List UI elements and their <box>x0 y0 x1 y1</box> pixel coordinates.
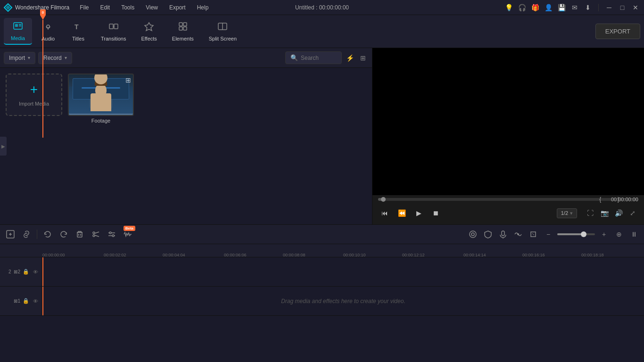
crop-icon[interactable] <box>527 228 539 240</box>
voice-tune-icon[interactable] <box>512 228 524 240</box>
track-1-body[interactable]: Drag media and effects here to create yo… <box>42 287 644 315</box>
playback-controls: ⏮ ⏪ ▶ ⏹ 1/2 ▾ ⛶ 📷 🔊 ⤢ <box>378 205 638 222</box>
tab-media[interactable]: Media <box>4 18 32 45</box>
timeline-content: 2 ⊠2 🔒 👁 ⊠1 🔒 <box>0 257 644 362</box>
timeline-area: Beta <box>0 224 644 362</box>
preview-right-controls: ⛶ 📷 🔊 ⤢ <box>585 207 638 219</box>
tab-effects[interactable]: Effects <box>134 18 163 44</box>
close-button[interactable]: ✕ <box>631 3 640 12</box>
expand-icon[interactable]: ⤢ <box>627 207 638 219</box>
pause-all-icon[interactable]: ⏸ <box>628 228 640 240</box>
audio-wave-button[interactable]: Beta <box>121 228 134 241</box>
preview-progress-bar[interactable]: { } 00:00:00:00 <box>378 198 638 201</box>
gift-icon[interactable]: 🎁 <box>530 3 540 12</box>
import-dropdown[interactable]: Import ▾ <box>4 52 35 64</box>
tab-titles-label: Titles <box>72 36 84 41</box>
menu-file[interactable]: File <box>75 3 93 12</box>
track-header-2: 2 ⊠2 🔒 👁 <box>0 257 42 286</box>
cut-button[interactable] <box>89 228 102 241</box>
menu-help[interactable]: Help <box>192 3 214 12</box>
quality-selector[interactable]: 1/2 ▾ <box>557 208 577 218</box>
track-2-lock-icon[interactable]: 🔒 <box>22 268 30 276</box>
zoom-slider[interactable] <box>557 233 595 235</box>
transitions-icon <box>108 21 119 34</box>
add-icon: + <box>30 83 38 96</box>
app-logo-icon <box>4 3 12 12</box>
menu-export[interactable]: Export <box>165 3 190 12</box>
step-back-button[interactable]: ⏮ <box>378 206 391 220</box>
track-1-visibility-icon[interactable]: 👁 <box>32 297 39 305</box>
tab-transitions[interactable]: Transitions <box>94 18 132 44</box>
timeline-ruler: 00:00:00:00 00:00:02:02 00:00:04:04 00:0… <box>0 244 644 257</box>
track-2-visibility-icon[interactable]: 👁 <box>32 268 39 276</box>
save-icon[interactable]: 💾 <box>557 3 566 12</box>
collapse-panel-button[interactable]: ▶ <box>0 137 7 156</box>
record-dropdown[interactable]: Record ▾ <box>38 52 72 64</box>
footage-thumbnail[interactable]: ⊞ <box>68 74 134 116</box>
add-to-timeline-button[interactable] <box>4 228 17 241</box>
settings-button[interactable] <box>105 228 118 241</box>
tab-audio-label: Audio <box>41 36 55 41</box>
media-item-footage[interactable]: ⊞ Footage <box>68 74 134 123</box>
search-box[interactable]: 🔍 <box>285 51 342 64</box>
menu-tools[interactable]: Tools <box>116 3 139 12</box>
track-2-number: ⊠2 <box>14 269 20 274</box>
zoom-handle[interactable] <box>581 231 586 237</box>
volume-icon[interactable]: 🔊 <box>613 207 624 219</box>
ruler-mark-6: 00:00:12:12 <box>402 253 425 257</box>
tab-split-screen[interactable]: Split Screen <box>202 18 243 44</box>
progress-handle[interactable] <box>381 197 386 202</box>
redo-button[interactable] <box>57 228 70 241</box>
record-chevron-icon: ▾ <box>65 55 67 60</box>
zoom-out-icon[interactable]: − <box>542 228 554 240</box>
delete-button[interactable] <box>73 228 86 241</box>
media-icon <box>13 21 23 33</box>
filter-icon[interactable]: ⚡ <box>345 53 355 63</box>
in-point-marker[interactable]: { <box>599 196 601 203</box>
timeline-toolbar: Beta <box>0 224 644 244</box>
frame-back-button[interactable]: ⏪ <box>395 206 408 220</box>
maximize-button[interactable]: □ <box>618 3 627 12</box>
playhead <box>42 257 43 286</box>
tab-titles[interactable]: T Titles <box>64 18 92 44</box>
headphone-icon[interactable]: 🎧 <box>517 3 527 12</box>
download-icon[interactable]: ⬇ <box>583 3 593 12</box>
mail-icon[interactable]: ✉ <box>570 3 579 12</box>
user-icon[interactable]: 👤 <box>544 3 553 12</box>
scene-detect-icon[interactable] <box>467 228 479 240</box>
effects-icon <box>144 21 154 34</box>
ruler-mark-4: 00:00:08:08 <box>283 253 305 257</box>
search-input[interactable] <box>301 55 339 61</box>
zoom-in-icon[interactable]: + <box>598 228 610 240</box>
app-title: Wondershare Filmora <box>15 4 69 11</box>
elements-icon <box>178 21 188 34</box>
titles-icon: T <box>73 21 83 34</box>
tab-elements[interactable]: Elements <box>165 18 200 44</box>
import-media-label: Import Media <box>19 101 49 107</box>
track-header-1: ⊠1 🔒 👁 <box>0 287 42 315</box>
mic-icon[interactable] <box>497 228 509 240</box>
footage-thumb-inner <box>69 74 133 115</box>
link-button[interactable] <box>20 228 33 241</box>
track-1-lock-icon[interactable]: 🔒 <box>22 297 30 305</box>
menu-view[interactable]: View <box>141 3 163 12</box>
screenshot-icon[interactable]: 📷 <box>599 207 610 219</box>
stop-button[interactable]: ⏹ <box>429 206 442 220</box>
fit-to-window-icon[interactable]: ⊕ <box>613 228 625 240</box>
shield-icon[interactable] <box>482 228 494 240</box>
menu-edit[interactable]: Edit <box>96 3 115 12</box>
tab-audio[interactable]: Audio <box>34 18 62 44</box>
svg-rect-12 <box>179 23 182 26</box>
ruler-mark-0: 00:00:00:00 <box>42 253 65 257</box>
track-2-body[interactable] <box>42 257 644 286</box>
grid-view-icon[interactable]: ⊞ <box>358 53 368 63</box>
undo-button[interactable] <box>41 228 54 241</box>
import-media-card[interactable]: + Import Media <box>6 74 62 116</box>
export-button[interactable]: EXPORT <box>595 24 640 39</box>
fullscreen-preview-icon[interactable]: ⛶ <box>585 207 596 219</box>
minimize-button[interactable]: ─ <box>604 3 614 12</box>
svg-rect-14 <box>179 27 182 30</box>
play-button[interactable]: ▶ <box>412 206 425 220</box>
menu-bar: File Edit Tools View Export Help <box>75 3 504 12</box>
bulb-icon[interactable]: 💡 <box>504 3 513 12</box>
